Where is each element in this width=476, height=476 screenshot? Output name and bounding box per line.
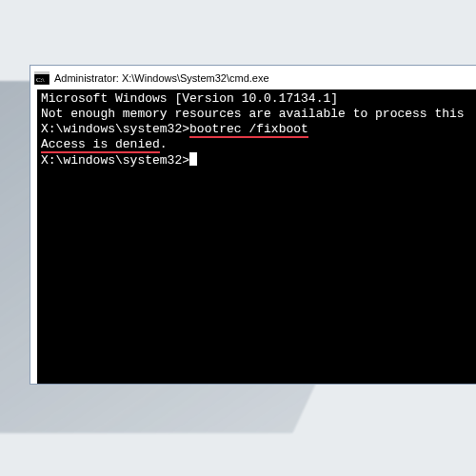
console-prompt-line: X:\windows\system32>bootrec /fixboot (41, 122, 476, 137)
svg-rect-1 (34, 71, 50, 74)
console-prompt-line: X:\windows\system32> (41, 152, 476, 169)
console-line: Microsoft Windows [Version 10.0.17134.1] (41, 91, 476, 107)
titlebar[interactable]: C:\ Administrator: X:\Windows\System32\c… (30, 66, 476, 89)
console-area[interactable]: Microsoft Windows [Version 10.0.17134.1]… (37, 89, 476, 384)
window-title: Administrator: X:\Windows\System32\cmd.e… (54, 72, 269, 84)
cmd-window: C:\ Administrator: X:\Windows\System32\c… (30, 65, 476, 385)
svg-text:C:\: C:\ (36, 76, 45, 84)
console-response: Access is denied. (41, 137, 476, 152)
command-text: bootrec /fixboot (189, 122, 308, 136)
response-period: . (160, 137, 168, 151)
prompt-text: X:\windows\system32> (41, 153, 189, 168)
prompt-text: X:\windows\system32> (41, 122, 189, 136)
cmd-icon: C:\ (34, 71, 50, 85)
cursor (189, 152, 197, 166)
console-line: Not enough memory resources are availabl… (41, 107, 476, 122)
response-text: Access is denied (41, 137, 160, 151)
